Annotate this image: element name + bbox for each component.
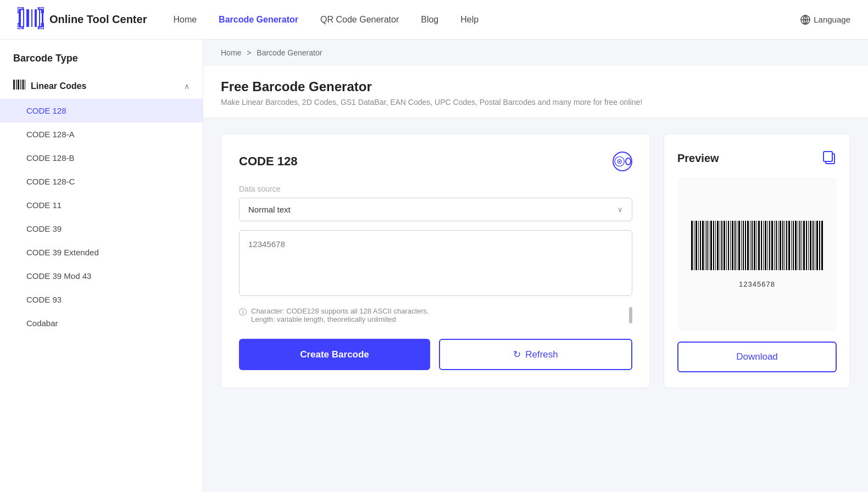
preview-title: Preview xyxy=(677,152,719,165)
svg-rect-71 xyxy=(798,221,798,270)
sidebar-item-code128b[interactable]: CODE 128-B xyxy=(0,146,203,170)
svg-rect-27 xyxy=(702,221,704,270)
svg-rect-12 xyxy=(16,80,17,90)
svg-rect-13 xyxy=(18,80,19,90)
refresh-label: Refresh xyxy=(525,349,558,360)
svg-rect-70 xyxy=(795,221,797,270)
barcode-data-input[interactable] xyxy=(239,230,632,296)
refresh-button[interactable]: ↻ Refresh xyxy=(439,339,632,370)
generator-card-title: CODE 128 xyxy=(239,154,297,169)
sidebar-item-code128a[interactable]: CODE 128-A xyxy=(0,122,203,146)
svg-rect-42 xyxy=(735,221,736,270)
svg-rect-24 xyxy=(695,221,697,270)
svg-rect-3 xyxy=(31,9,32,27)
header: Online Tool Center Home Barcode Generato… xyxy=(0,0,868,40)
svg-rect-75 xyxy=(806,221,807,270)
svg-rect-30 xyxy=(709,221,709,270)
svg-rect-52 xyxy=(756,221,757,270)
svg-rect-34 xyxy=(717,221,719,270)
settings-target-icon[interactable] xyxy=(613,152,632,171)
barcode-svg xyxy=(691,221,823,276)
svg-rect-63 xyxy=(780,221,781,270)
sidebar-items-list: CODE 128 CODE 128-A CODE 128-B CODE 128-… xyxy=(0,99,203,335)
info-text-area: ⓘ Character: CODE128 supports all 128 AS… xyxy=(239,307,632,323)
svg-rect-77 xyxy=(810,221,811,270)
data-source-dropdown[interactable]: Normal text ∨ xyxy=(239,198,632,221)
sidebar-item-code39[interactable]: CODE 39 xyxy=(0,217,203,241)
svg-rect-74 xyxy=(803,221,805,270)
sidebar-item-code39mod43[interactable]: CODE 39 Mod 43 xyxy=(0,264,203,288)
svg-rect-69 xyxy=(793,221,794,270)
svg-rect-73 xyxy=(802,221,802,270)
svg-rect-51 xyxy=(754,221,755,270)
svg-rect-29 xyxy=(706,221,708,270)
svg-rect-54 xyxy=(761,221,762,270)
page-title-area: Free Barcode Generator Make Linear Barco… xyxy=(203,66,868,118)
action-buttons: Create Barcode ↻ Refresh xyxy=(239,339,632,370)
breadcrumb-home[interactable]: Home xyxy=(221,48,241,57)
svg-rect-56 xyxy=(765,221,766,270)
svg-rect-59 xyxy=(771,221,773,270)
refresh-icon: ↻ xyxy=(513,349,521,360)
linear-codes-group-header[interactable]: Linear Codes ∧ xyxy=(0,73,203,99)
svg-rect-78 xyxy=(813,221,814,270)
nav-qr-code-generator[interactable]: QR Code Generator xyxy=(320,15,399,25)
barcode-group-icon xyxy=(13,80,25,92)
svg-rect-33 xyxy=(715,221,716,270)
svg-rect-41 xyxy=(732,221,733,270)
svg-rect-65 xyxy=(784,221,785,270)
sidebar-item-code93[interactable]: CODE 93 xyxy=(0,288,203,311)
sidebar-item-code128[interactable]: CODE 128 xyxy=(0,99,203,122)
nav-help[interactable]: Help xyxy=(460,15,478,25)
svg-rect-47 xyxy=(745,221,746,270)
breadcrumb-separator: > xyxy=(247,48,251,57)
nav-barcode-generator[interactable]: Barcode Generator xyxy=(219,15,298,25)
svg-rect-40 xyxy=(730,221,731,270)
svg-rect-11 xyxy=(13,80,15,90)
svg-rect-50 xyxy=(752,221,753,270)
generator-area: CODE 128 Data source Normal text ∨ xyxy=(203,118,868,404)
logo-text: Online Tool Center xyxy=(49,13,147,26)
sidebar-item-codabar[interactable]: Codabar xyxy=(0,311,203,335)
sidebar-item-code11[interactable]: CODE 11 xyxy=(0,193,203,217)
info-content: Character: CODE128 supports all 128 ASCI… xyxy=(251,307,429,323)
generator-card-header: CODE 128 xyxy=(239,152,632,171)
breadcrumb-current: Barcode Generator xyxy=(257,48,322,57)
svg-rect-66 xyxy=(786,221,787,270)
svg-rect-36 xyxy=(721,221,722,270)
svg-rect-2 xyxy=(26,9,29,27)
chevron-down-icon: ∨ xyxy=(617,205,623,214)
info-icon: ⓘ xyxy=(239,308,247,317)
main-layout: Barcode Type Linear Codes ∧ CODE 128 COD… xyxy=(0,40,868,492)
nav-home[interactable]: Home xyxy=(173,15,197,25)
generator-card: CODE 128 Data source Normal text ∨ xyxy=(221,133,650,388)
svg-rect-44 xyxy=(738,221,740,270)
linear-codes-label: Linear Codes xyxy=(31,81,179,91)
nav-blog[interactable]: Blog xyxy=(421,15,438,25)
svg-rect-60 xyxy=(774,221,775,270)
language-selector[interactable]: Language xyxy=(800,15,850,25)
svg-rect-67 xyxy=(788,221,790,270)
svg-rect-62 xyxy=(778,221,778,270)
globe-icon xyxy=(800,15,810,25)
svg-rect-61 xyxy=(776,221,777,270)
barcode-logo-icon xyxy=(18,7,44,32)
barcode-image: 12345678 xyxy=(691,221,823,288)
svg-rect-23 xyxy=(694,221,694,270)
chevron-up-icon: ∧ xyxy=(184,82,190,91)
svg-rect-14 xyxy=(20,80,21,90)
svg-rect-53 xyxy=(758,221,760,270)
svg-rect-46 xyxy=(743,221,744,270)
svg-rect-81 xyxy=(819,221,820,270)
create-barcode-button[interactable]: Create Barcode xyxy=(239,339,430,370)
sidebar-item-code39extended[interactable]: CODE 39 Extended xyxy=(0,241,203,264)
page-subtitle: Make Linear Barcodes, 2D Codes, GS1 Data… xyxy=(221,98,850,107)
download-button[interactable]: Download xyxy=(677,342,837,372)
svg-rect-39 xyxy=(728,221,729,270)
sidebar-item-code128c[interactable]: CODE 128-C xyxy=(0,170,203,193)
svg-rect-4 xyxy=(35,9,37,27)
copy-icon[interactable] xyxy=(821,149,837,167)
breadcrumb: Home > Barcode Generator xyxy=(203,40,868,66)
language-label: Language xyxy=(814,15,850,24)
preview-header: Preview xyxy=(677,149,837,167)
